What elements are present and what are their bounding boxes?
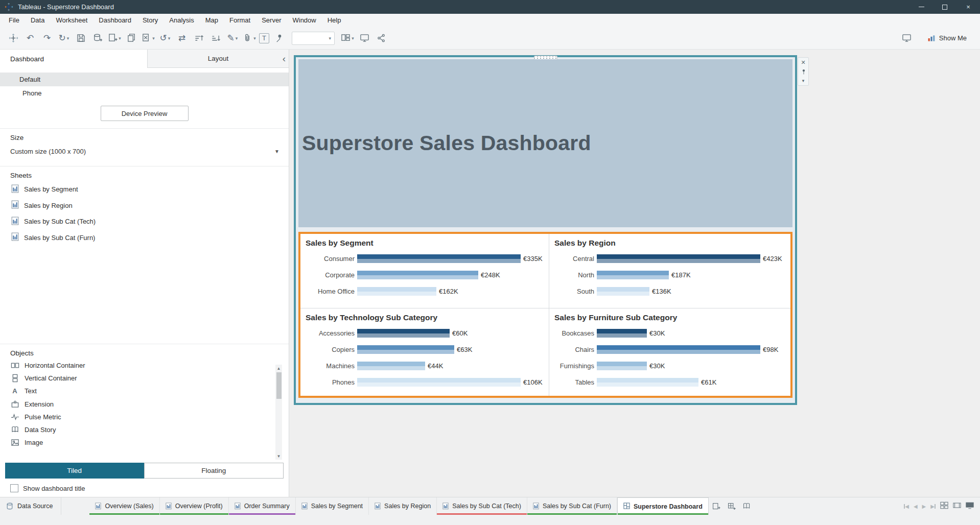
sheet-tab-overview-sales[interactable]: Overview (Sales) xyxy=(89,497,159,515)
bar-mark[interactable] xyxy=(597,378,698,387)
sheet-tab-superstore-dashboard[interactable]: Superstore Dashboard xyxy=(617,497,709,515)
sort-ascending-button[interactable] xyxy=(192,31,206,46)
bar-row-north[interactable]: North€187K xyxy=(554,267,787,283)
bar-mark[interactable] xyxy=(597,287,649,296)
bar-mark[interactable] xyxy=(357,287,436,296)
menu-story[interactable]: Story xyxy=(137,14,164,27)
scroll-up-icon[interactable]: ▲ xyxy=(277,365,281,372)
close-button[interactable]: × xyxy=(956,0,980,14)
sheet-item-sales-by-sub-cat-furn[interactable]: Sales by Sub Cat (Furn) xyxy=(0,230,289,246)
bar-row-south[interactable]: South€136K xyxy=(554,283,787,299)
swap-rows-columns-button[interactable]: ⇄ xyxy=(175,31,189,46)
bar-mark[interactable] xyxy=(597,329,647,338)
object-item-extension[interactable]: Extension xyxy=(0,398,289,411)
bar-mark[interactable] xyxy=(357,329,450,338)
size-dropdown[interactable]: Custom size (1000 x 700) ▼ xyxy=(0,144,289,159)
menu-data[interactable]: Data xyxy=(25,14,50,27)
data-source-tab[interactable]: Data Source xyxy=(0,497,61,515)
menu-server[interactable]: Server xyxy=(256,14,287,27)
tab-layout[interactable]: Layout ‹ xyxy=(147,50,289,68)
menu-dashboard[interactable]: Dashboard xyxy=(93,14,137,27)
group-members-button[interactable]: ▾ xyxy=(242,31,256,46)
clear-sheet-button[interactable]: ▾ xyxy=(141,31,155,46)
bar-mark[interactable] xyxy=(597,362,647,370)
filmstrip-icon[interactable] xyxy=(953,502,961,511)
new-dashboard-tab-button[interactable] xyxy=(724,497,739,515)
show-me-button[interactable]: Show Me xyxy=(927,34,967,42)
object-item-data-story[interactable]: Data Story xyxy=(0,423,289,436)
first-sheet-icon[interactable]: ◀ xyxy=(904,504,909,509)
minimize-button[interactable] xyxy=(909,0,933,14)
object-item-horizontal-container[interactable]: Horizontal Container xyxy=(0,359,289,372)
sheet-tab-sales-by-segment[interactable]: Sales by Segment xyxy=(296,497,369,515)
show-mark-labels-button[interactable]: T xyxy=(259,33,269,43)
show-hide-cards-button[interactable]: ▾ xyxy=(340,31,355,46)
sheet-tab-sales-by-sub-cat-furn[interactable]: Sales by Sub Cat (Furn) xyxy=(527,497,617,515)
menu-help[interactable]: Help xyxy=(322,14,347,27)
chart-sales-by-region[interactable]: Sales by Region Central€423KNorth€187KSo… xyxy=(549,234,790,308)
new-data-source-button[interactable] xyxy=(90,31,105,46)
refresh-data-button[interactable]: ↺▾ xyxy=(158,31,172,46)
bar-mark[interactable] xyxy=(597,345,760,354)
share-workbook-button[interactable] xyxy=(374,31,388,46)
sheet-tab-order-summary[interactable]: Order Summary xyxy=(229,497,296,515)
objects-scrollbar[interactable]: ▲ ▼ xyxy=(275,365,282,460)
bar-row-tables[interactable]: Tables€61K xyxy=(554,374,787,390)
bar-row-machines[interactable]: Machines€44K xyxy=(306,357,546,374)
floating-button[interactable]: Floating xyxy=(144,463,284,479)
save-button[interactable] xyxy=(74,31,88,46)
new-worksheet-button[interactable]: ▾ xyxy=(107,31,122,46)
device-preview-button[interactable]: Device Preview xyxy=(101,106,189,121)
object-item-image[interactable]: Image xyxy=(0,436,289,449)
presentation-mode-button[interactable] xyxy=(900,31,914,46)
bar-row-copiers[interactable]: Copiers€63K xyxy=(306,341,546,357)
replay-button[interactable]: ↻▾ xyxy=(57,31,71,46)
sheet-item-sales-by-sub-cat-tech[interactable]: Sales by Sub Cat (Tech) xyxy=(0,213,289,230)
device-item-default[interactable]: Default xyxy=(0,73,289,86)
chart-sales-by-segment[interactable]: Sales by Segment Consumer€335KCorporate€… xyxy=(300,234,549,308)
bar-mark[interactable] xyxy=(597,271,669,279)
dashboard-title-zone[interactable]: Superstore Sales Dashboard xyxy=(298,59,792,227)
menu-window[interactable]: Window xyxy=(287,14,321,27)
chart-sales-by-technology-sub-category[interactable]: Sales by Technology Sub Category Accesso… xyxy=(300,308,549,396)
collapse-pane-icon[interactable]: ‹ xyxy=(283,50,286,68)
sheet-sorter-icon[interactable] xyxy=(940,502,948,511)
dashboard-frame[interactable]: ✕ ▾ Superstore Sales Dashboard Sales by … xyxy=(294,55,797,405)
menu-worksheet[interactable]: Worksheet xyxy=(50,14,93,27)
chart-sales-by-furniture-sub-category[interactable]: Sales by Furniture Sub Category Bookcase… xyxy=(549,308,790,396)
redo-button[interactable]: ↷ xyxy=(40,31,54,46)
fit-selector[interactable]: ▾ xyxy=(292,32,335,45)
menu-format[interactable]: Format xyxy=(224,14,256,27)
bar-mark[interactable] xyxy=(357,362,425,370)
sheet-item-sales-by-segment[interactable]: Sales by Segment xyxy=(0,181,289,198)
bar-row-corporate[interactable]: Corporate€248K xyxy=(306,267,546,283)
last-sheet-icon[interactable]: ▶ xyxy=(930,504,936,509)
bar-mark[interactable] xyxy=(357,378,521,387)
bar-row-phones[interactable]: Phones€106K xyxy=(306,374,546,390)
object-item-pulse-metric[interactable]: Pulse Metric xyxy=(0,411,289,423)
device-item-phone[interactable]: Phone xyxy=(0,86,289,100)
highlight-button[interactable]: ✎▾ xyxy=(225,31,240,46)
tab-dashboard[interactable]: Dashboard xyxy=(0,50,147,68)
sort-descending-button[interactable] xyxy=(208,31,223,46)
zone-menu-icon[interactable]: ▾ xyxy=(798,76,808,85)
restore-button[interactable] xyxy=(933,0,956,14)
bar-mark[interactable] xyxy=(357,345,454,354)
tableau-logo-icon[interactable] xyxy=(6,31,20,46)
fix-axes-button[interactable] xyxy=(272,31,286,46)
scrollbar-thumb[interactable] xyxy=(276,372,282,399)
dashboard-charts-container[interactable]: Sales by Segment Consumer€335KCorporate€… xyxy=(298,232,792,398)
presentation-view-icon[interactable] xyxy=(966,502,974,511)
sheet-tab-sales-by-region[interactable]: Sales by Region xyxy=(369,497,437,515)
bar-row-chairs[interactable]: Chairs€98K xyxy=(554,341,787,357)
scroll-down-icon[interactable]: ▼ xyxy=(277,452,281,460)
menu-file[interactable]: File xyxy=(3,14,25,27)
tiled-button[interactable]: Tiled xyxy=(5,463,144,479)
show-dashboard-title-checkbox[interactable] xyxy=(10,484,18,492)
sheet-tab-sales-by-sub-cat-tech[interactable]: Sales by Sub Cat (Tech) xyxy=(437,497,527,515)
next-sheet-icon[interactable]: ▶ xyxy=(922,504,926,509)
sheet-item-sales-by-region[interactable]: Sales by Region xyxy=(0,198,289,214)
bar-row-central[interactable]: Central€423K xyxy=(554,250,787,267)
undo-button[interactable]: ↶ xyxy=(23,31,37,46)
object-item-vertical-container[interactable]: Vertical Container xyxy=(0,372,289,385)
